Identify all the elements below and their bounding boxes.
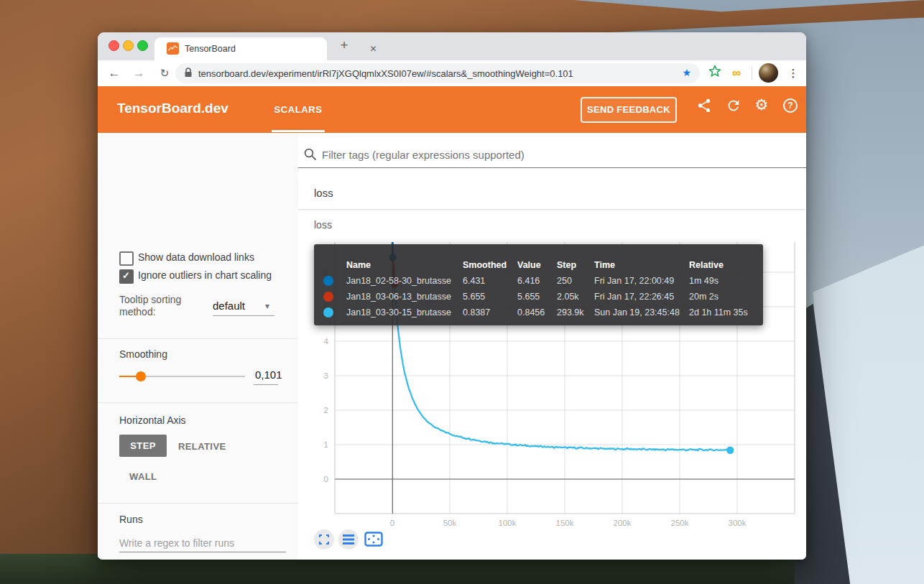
back-icon[interactable]: ←	[105, 64, 124, 83]
tooltip-row: Jan18_03-06-13_brutasse5.6555.6552.05kFr…	[314, 289, 763, 305]
tab-scalars[interactable]: SCALARS	[272, 104, 325, 115]
tooltip-cell-relative: 20m 2s	[689, 292, 763, 302]
tooltip-cell-name: Jan18_03-06-13_brutasse	[346, 292, 463, 302]
runs-label: Runs	[119, 514, 143, 525]
minimize-window-button[interactable]	[123, 40, 134, 51]
axis-wall-button[interactable]: WALL	[129, 471, 157, 482]
tooltip-cell-value: 5.655	[517, 292, 557, 302]
svg-text:150k: 150k	[556, 519, 574, 527]
browser-window: TensorBoard ✕ + ← → ↻ tensorboard.dev/ex…	[98, 32, 806, 560]
extension-star-icon[interactable]	[706, 65, 724, 82]
fit-domain-button[interactable]	[364, 532, 383, 550]
tooltip-cell-relative: 1m 49s	[689, 276, 763, 286]
settings-sidebar: Show data download links ✓ Ignore outlie…	[98, 133, 299, 560]
axis-relative-button[interactable]: RELATIVE	[178, 441, 226, 452]
ignore-outliers-checkbox[interactable]: ✓	[119, 269, 134, 284]
tooltip-header-row: Name Smoothed Value Step Time Relative	[314, 257, 763, 273]
new-tab-button[interactable]: +	[335, 36, 354, 55]
forward-icon[interactable]: →	[129, 64, 148, 83]
send-feedback-button[interactable]: SEND FEEDBACK	[581, 97, 677, 123]
tab-strip: TensorBoard ✕ +	[98, 32, 806, 60]
dropdown-caret-icon: ▾	[265, 301, 269, 311]
filter-tags-input[interactable]: Filter tags (regular expressions support…	[322, 149, 525, 161]
tab-close-icon[interactable]: ✕	[367, 43, 379, 55]
tooltip-col-time: Time	[594, 260, 689, 270]
run-row[interactable]: ✓Jan18_02-54-27_brutasse	[119, 558, 292, 560]
ignore-outliers-label: Ignore outliers in chart scaling	[138, 269, 279, 281]
https-lock-icon	[184, 68, 193, 81]
smoothing-slider-knob[interactable]	[136, 371, 146, 381]
tooltip-cell-time: Fri Jan 17, 22:26:45	[594, 292, 689, 302]
zoom-window-button[interactable]	[137, 40, 148, 51]
loss-section-header[interactable]: loss	[298, 177, 805, 210]
tooltip-cell-smoothed: 5.655	[463, 292, 517, 302]
profile-avatar[interactable]	[759, 63, 778, 83]
expand-chart-button[interactable]	[314, 529, 334, 550]
tab-title: TensorBoard	[185, 44, 236, 54]
sidebar-divider	[98, 338, 298, 339]
tooltip-cell-time: Fri Jan 17, 22:00:49	[594, 276, 689, 286]
toolbar-separator	[752, 66, 752, 80]
search-icon	[303, 147, 317, 164]
tooltip-sorting-dropdown[interactable]: default	[213, 300, 245, 312]
tooltip-col-relative: Relative	[689, 260, 763, 270]
tooltip-cell-value: 0.8456	[517, 307, 557, 318]
svg-text:50k: 50k	[443, 519, 457, 527]
reload-icon[interactable]: ↻	[155, 64, 174, 83]
tooltip-sorting-label-1: Tooltip sorting	[119, 294, 181, 305]
svg-text:2: 2	[324, 406, 328, 414]
runs-filter-input[interactable]: Write a regex to filter runs	[119, 537, 234, 549]
run-color-dot-icon	[323, 292, 333, 302]
dropdown-underline	[213, 315, 274, 316]
svg-text:3: 3	[324, 371, 328, 380]
tooltip-cell-step: 2.05k	[557, 292, 594, 302]
loss-section-title: loss	[314, 187, 333, 199]
tooltip-cell-smoothed: 0.8387	[463, 307, 517, 318]
desktop: { "browser": { "tab_title": "TensorBoard…	[0, 0, 924, 584]
tooltip-cell-value: 6.416	[517, 276, 557, 286]
refresh-icon[interactable]	[725, 98, 742, 115]
tooltip-col-step: Step	[557, 260, 594, 270]
show-download-label: Show data download links	[138, 251, 254, 263]
page-content: Show data download links ✓ Ignore outlie…	[98, 133, 806, 560]
browser-tab[interactable]: TensorBoard ✕	[154, 37, 327, 60]
tooltip-col-name: Name	[346, 260, 463, 270]
bookmark-star-icon[interactable]: ★	[682, 67, 691, 78]
browser-menu-icon[interactable]: ⋮	[786, 64, 800, 83]
svg-text:0: 0	[390, 519, 394, 527]
horizontal-axis-label: Horizontal Axis	[119, 414, 186, 426]
tooltip-cell-smoothed: 6.431	[463, 276, 517, 286]
smoothing-value[interactable]: 0,101	[255, 369, 282, 381]
filter-tags-underline	[298, 167, 806, 168]
tooltip-cell-name: Jan18_02-58-30_brutasse	[346, 276, 463, 286]
tooltip-row: Jan18_03-30-15_brutasse0.83870.8456293.9…	[314, 305, 763, 320]
share-icon[interactable]	[696, 98, 713, 115]
tooltip-cell-time: Sun Jan 19, 23:45:48	[594, 307, 689, 318]
browser-toolbar: ← → ↻ tensorboard.dev/experiment/irRl7jX…	[98, 60, 806, 87]
close-window-button[interactable]	[108, 40, 119, 51]
tooltip-col-smoothed: Smoothed	[463, 260, 517, 270]
tab-scalars-underline	[272, 130, 325, 132]
tooltip-cell-step: 293.9k	[557, 307, 594, 318]
address-bar[interactable]: tensorboard.dev/experiment/irRl7jXGQlqml…	[175, 63, 700, 83]
help-icon[interactable]: ?	[783, 98, 800, 116]
svg-text:200k: 200k	[614, 519, 632, 527]
sidebar-divider	[98, 503, 298, 504]
tooltip-sorting-label-2: method:	[119, 306, 156, 318]
tooltip-cell-step: 250	[557, 276, 594, 286]
svg-text:4: 4	[324, 337, 329, 346]
colab-extension-icon[interactable]: ∞	[728, 65, 745, 82]
url-text: tensorboard.dev/experiment/irRl7jXGQlqml…	[198, 68, 573, 79]
settings-gear-icon[interactable]: ⚙	[753, 96, 770, 113]
tooltip-col-value: Value	[517, 260, 557, 270]
tooltip-row: Jan18_02-58-30_brutasse6.4316.416250Fri …	[314, 273, 763, 289]
main-panel: Filter tags (regular expressions support…	[298, 133, 806, 560]
axis-step-button[interactable]: STEP	[119, 435, 167, 457]
run-color-dot-icon	[323, 307, 333, 318]
tensorboard-favicon-icon	[167, 42, 179, 55]
svg-text:300k: 300k	[729, 519, 747, 527]
show-download-checkbox[interactable]	[119, 251, 134, 266]
tooltip-cell-relative: 2d 1h 11m 35s	[689, 307, 763, 318]
run-color-dot-icon	[323, 276, 333, 286]
runs-selector-button[interactable]	[338, 529, 359, 550]
